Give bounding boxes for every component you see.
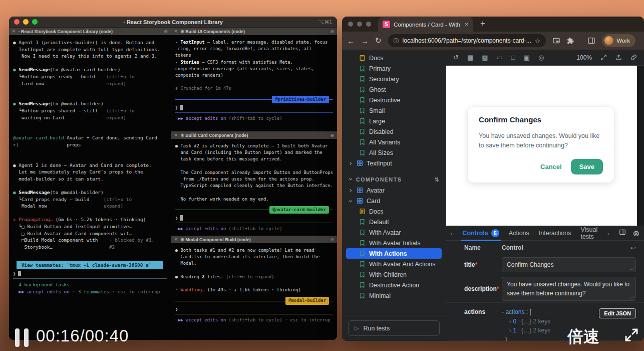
pane-build-ui[interactable]: ✕ ✳ Build UI Components (node) ⊖ - TextI… bbox=[171, 28, 337, 131]
browser-tab[interactable]: S Components / Card - With Ac ✕ bbox=[378, 17, 473, 32]
prompt-build-card[interactable]: ❯ bbox=[175, 215, 333, 221]
collapse-expand-icon[interactable]: ⇅ bbox=[434, 177, 440, 183]
zoom-level[interactable]: 100% bbox=[576, 54, 592, 61]
tab-interactions[interactable]: Interactions bbox=[539, 230, 571, 237]
panel-position-icon[interactable] bbox=[619, 229, 626, 238]
bookmark-star-icon[interactable]: ☆ bbox=[535, 37, 541, 45]
sidebar-item-minimal[interactable]: Minimal bbox=[346, 290, 442, 301]
tabs-scroll-left-icon[interactable]: ‹ bbox=[451, 230, 453, 237]
tab-visual-tests[interactable]: Visual tests bbox=[580, 226, 597, 240]
sidebar-item-disabled[interactable]: Disabled bbox=[346, 126, 442, 137]
remount-icon[interactable]: ↺ bbox=[453, 54, 459, 61]
sidebar-item-destructive[interactable]: Destructive bbox=[346, 95, 442, 105]
sidebar-item-with-actions[interactable]: With Actions bbox=[346, 248, 442, 259]
sidebar-item-with-avatar-and-actions[interactable]: With Avatar And Actions bbox=[346, 259, 442, 269]
background-icon[interactable]: ▩ bbox=[482, 54, 488, 61]
minimize-button[interactable] bbox=[357, 22, 362, 27]
save-button[interactable]: Save bbox=[571, 159, 603, 174]
pane-main[interactable]: ✕ · React Storybook Component Library (n… bbox=[9, 28, 171, 340]
site-info-icon[interactable]: ⓘ bbox=[394, 37, 399, 45]
reset-controls-icon[interactable]: ↩ bbox=[630, 244, 636, 252]
pane-close-icon[interactable]: ✕ bbox=[174, 29, 178, 34]
sidebar-item-label: With Avatar bbox=[369, 229, 401, 236]
tab-actions[interactable]: Actions bbox=[509, 230, 529, 237]
sidebar-item-with-avatar[interactable]: With Avatar bbox=[346, 227, 442, 238]
sidebar-item-textinput[interactable]: TextInput bbox=[346, 158, 442, 168]
profile-chip[interactable]: Work bbox=[602, 34, 635, 47]
pane-minimize-icon[interactable]: ⊖ bbox=[330, 133, 334, 138]
pane-modal-build[interactable]: ✕ ✳ Modal Component Build (node) ⊖ ● Bot… bbox=[171, 236, 337, 340]
tmux-panes: ✕ · React Storybook Component Library (n… bbox=[9, 28, 337, 340]
viewport-icon[interactable]: ▣ bbox=[524, 54, 530, 61]
terminal-line bbox=[13, 60, 167, 67]
pane-close-icon[interactable]: ✕ bbox=[12, 29, 16, 34]
tab-search-icon[interactable] bbox=[552, 37, 560, 45]
tab-close-icon[interactable]: ✕ bbox=[465, 22, 469, 27]
edit-json-button[interactable]: Edit JSON bbox=[599, 308, 636, 318]
pane-minimize-icon[interactable]: ⊖ bbox=[164, 29, 168, 34]
prompt-build-ui[interactable]: ❯ bbox=[175, 104, 333, 111]
address-bar[interactable]: ⓘ localhost:6006/?path=/story/components… bbox=[388, 34, 546, 47]
tabs-more-icon[interactable]: › bbox=[607, 230, 609, 237]
sidebar-item-all-variants[interactable]: All Variants bbox=[346, 137, 442, 147]
measure-icon[interactable]: ▭ bbox=[497, 54, 503, 61]
zoom-button[interactable] bbox=[366, 22, 371, 27]
forward-icon[interactable]: → bbox=[361, 37, 369, 45]
prompt-main[interactable]: ❯ bbox=[13, 270, 167, 277]
sidebar-item-default[interactable]: Default bbox=[346, 217, 442, 227]
terminal-line: └□ Build Button and TextInput primitive… bbox=[13, 223, 167, 230]
title-input[interactable]: Confirm Changes bbox=[502, 257, 636, 272]
sidebar-item-with-children[interactable]: With Children bbox=[346, 269, 442, 280]
reload-icon[interactable]: ↻ bbox=[375, 36, 382, 45]
sidebar-item-label: Docs bbox=[369, 208, 383, 215]
pane-minimize-icon[interactable]: ⊖ bbox=[330, 237, 334, 242]
link-icon[interactable] bbox=[630, 54, 637, 61]
agent-badge-row: @modal-builder bbox=[175, 297, 333, 304]
sidebar-item-large[interactable]: Large bbox=[346, 116, 442, 126]
sidebar-item-primary[interactable]: Primary bbox=[346, 63, 442, 74]
prompt-modal-build[interactable]: ❯ bbox=[175, 306, 333, 312]
back-icon[interactable]: ← bbox=[347, 37, 355, 45]
docs-icon bbox=[359, 55, 366, 61]
story-bookmark-icon bbox=[359, 97, 366, 103]
share-icon[interactable] bbox=[615, 54, 622, 61]
card-component: Confirm Changes You have unsaved changes… bbox=[468, 107, 614, 183]
fullscreen-icon[interactable] bbox=[600, 54, 607, 61]
sidebar-item-docs[interactable]: Docs bbox=[346, 53, 442, 63]
pane-minimize-icon[interactable]: ⊖ bbox=[330, 29, 334, 34]
pane-close-icon[interactable]: ✕ bbox=[174, 237, 178, 242]
sidebar-item-small[interactable]: Small bbox=[346, 105, 442, 116]
story-bookmark-icon bbox=[359, 65, 366, 72]
new-tab-button[interactable]: + bbox=[480, 19, 485, 29]
sidebar-item-all-sizes[interactable]: All Sizes bbox=[346, 147, 442, 158]
pane-build-card[interactable]: ✕ ✳ Build Card Component (node) ⊖ ● Task… bbox=[171, 131, 337, 236]
sidebar-item-label: Primary bbox=[369, 65, 391, 72]
sidebar-item-avatar[interactable]: Avatar bbox=[346, 185, 442, 196]
pane-close-icon[interactable]: ✕ bbox=[174, 133, 178, 137]
sidebar-item-secondary[interactable]: Secondary bbox=[346, 74, 442, 84]
browser-menu-icon[interactable]: ⋮ bbox=[642, 36, 644, 45]
sidebar-item-label: Large bbox=[369, 118, 385, 125]
sidebar-item-destructive-action[interactable]: Destructive Action bbox=[346, 280, 442, 290]
extensions-icon[interactable] bbox=[567, 37, 574, 45]
pane-modal-build-output: ● Both tasks #1 and #2 are now complete!… bbox=[175, 247, 333, 293]
teammates-text: View teammates: `tmux -L claude-swarm-36… bbox=[17, 261, 163, 269]
close-button[interactable] bbox=[348, 22, 353, 27]
grid-icon[interactable]: ▦ bbox=[467, 54, 473, 61]
outline-icon[interactable]: □ bbox=[511, 54, 515, 61]
actions-json-tree[interactable]: - actions : [ › 0 : {…} 2 keys › 1 : {…}… bbox=[502, 307, 550, 341]
terminal-titlebar[interactable]: · React Storybook Component Library ⌥⌘1 bbox=[9, 17, 337, 28]
run-tests-button[interactable]: ▷ Run tests bbox=[348, 320, 440, 336]
sidebar-item-ghost[interactable]: Ghost bbox=[346, 84, 442, 95]
sidebar-item-card[interactable]: Card bbox=[346, 196, 442, 206]
sidebar-item-label: Secondary bbox=[369, 76, 399, 83]
cancel-button[interactable]: Cancel bbox=[540, 163, 562, 170]
sidebar-item-with-avatar-initials[interactable]: With Avatar Initials bbox=[346, 238, 442, 248]
sidebar-item-docs[interactable]: Docs bbox=[346, 206, 442, 217]
panel-close-icon[interactable]: ⊗ bbox=[633, 229, 639, 238]
side-panel-icon[interactable] bbox=[587, 37, 595, 45]
description-input[interactable]: You have unsaved changes. Would you like… bbox=[502, 277, 636, 301]
sidebar-section-components[interactable]: COMPONENTS⇅ bbox=[346, 174, 442, 185]
accessibility-icon[interactable]: ◎ bbox=[538, 54, 544, 61]
tab-controls[interactable]: Controls 5 bbox=[462, 229, 499, 237]
